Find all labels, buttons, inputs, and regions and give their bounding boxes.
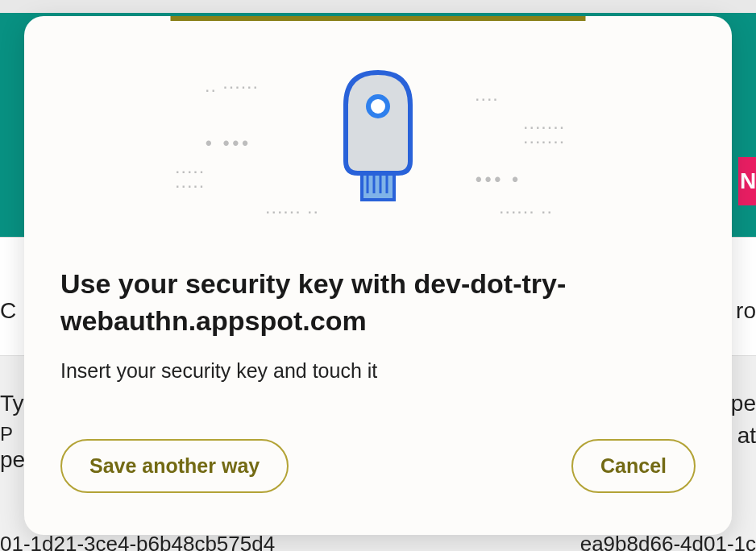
background-text-fragment: ro: [736, 298, 756, 324]
decoration-dots: ······ ··: [500, 205, 554, 220]
decoration-dots: ··········: [176, 165, 206, 194]
decoration-dots: • •••: [206, 133, 251, 154]
background-pink-badge: N: [738, 157, 756, 205]
decoration-dots: ··············: [524, 121, 566, 150]
cancel-button[interactable]: Cancel: [571, 439, 696, 493]
dialog-content: Use your security key with dev-dot-try-w…: [24, 242, 732, 525]
dialog-accent-bar: [171, 16, 586, 21]
background-text-fragment: Ty: [0, 391, 24, 416]
background-text-fragment: at: [737, 423, 756, 449]
decoration-dots: ····: [476, 93, 500, 107]
background-text-fragment: pe: [731, 391, 756, 416]
svg-point-5: [368, 97, 388, 116]
security-key-illustration: .. ······ ···· • ••• ·············· ····…: [24, 32, 732, 242]
decoration-dots: ••• •: [476, 169, 521, 190]
security-key-dialog: .. ······ ···· • ••• ·············· ····…: [24, 16, 732, 535]
dialog-button-row: Save another way Cancel: [60, 439, 696, 493]
background-text-fragment: P: [0, 423, 13, 445]
decoration-dots: .. ······: [206, 81, 260, 95]
dialog-title: Use your security key with dev-dot-try-w…: [60, 266, 696, 340]
background-text-fragment: pe: [0, 447, 25, 473]
background-text-fragment: C: [0, 298, 16, 324]
decoration-dots: ······ ··: [266, 205, 320, 220]
browser-chrome-strip: [0, 0, 756, 13]
usb-security-key-icon: [334, 64, 422, 209]
save-another-way-button[interactable]: Save another way: [60, 439, 289, 493]
dialog-subtitle: Insert your security key and touch it: [60, 359, 696, 383]
